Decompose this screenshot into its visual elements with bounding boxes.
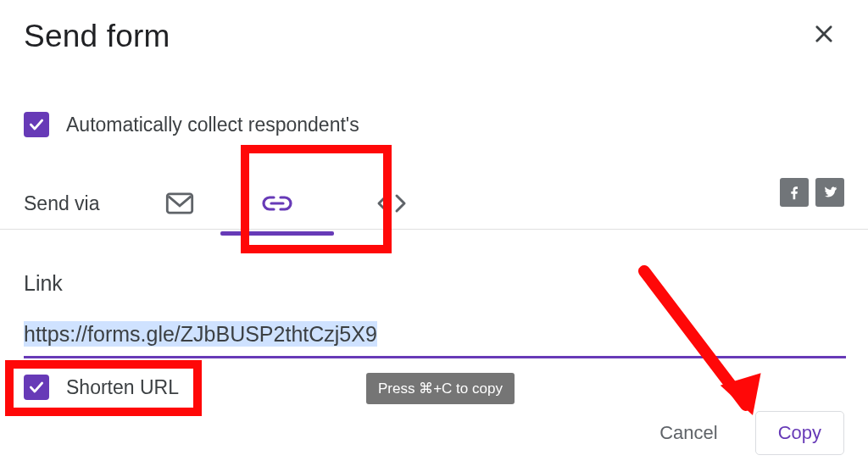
shorten-url-checkbox[interactable] [24,375,49,400]
twitter-icon [821,184,838,201]
shorten-url-label: Shorten URL [66,376,179,399]
dialog-footer: Cancel Copy [637,411,844,455]
copy-hint-tooltip: Press ⌘+C to copy [366,373,515,404]
dialog-title: Send form [24,19,170,54]
share-facebook-button[interactable] [780,178,809,207]
facebook-icon [786,184,803,201]
mail-icon [165,192,194,215]
collect-respondent-checkbox[interactable] [24,112,49,137]
svg-rect-2 [167,194,192,213]
collect-respondent-row: Automatically collect respondent's [24,112,359,137]
dialog-header: Send form [24,19,846,54]
social-share [780,178,844,207]
send-via-divider [0,229,868,230]
tab-email[interactable] [146,181,214,225]
checkmark-icon [28,379,45,396]
link-url-value: https://forms.gle/ZJbBUSP2thtCzj5X9 [24,321,377,347]
shorten-url-row: Shorten URL [24,375,179,400]
close-button[interactable] [809,19,839,49]
link-url-underline [24,356,846,358]
cancel-button[interactable]: Cancel [637,412,739,454]
send-via-label: Send via [24,192,100,215]
share-twitter-button[interactable] [815,178,844,207]
embed-icon [375,192,409,214]
svg-marker-5 [715,362,767,415]
send-via-tabs [146,181,442,225]
link-section-label: Link [24,271,63,296]
close-icon [812,22,836,46]
send-form-dialog: Send form Automatically collect responde… [0,0,868,472]
copy-button[interactable]: Copy [755,411,844,455]
link-icon [260,194,294,213]
tab-link[interactable] [214,181,341,225]
collect-respondent-label: Automatically collect respondent's [66,114,359,136]
send-via-row: Send via [24,181,846,225]
link-url-field[interactable]: https://forms.gle/ZJbBUSP2thtCzj5X9 [24,322,846,347]
tab-embed[interactable] [341,181,442,225]
checkmark-icon [28,116,45,133]
